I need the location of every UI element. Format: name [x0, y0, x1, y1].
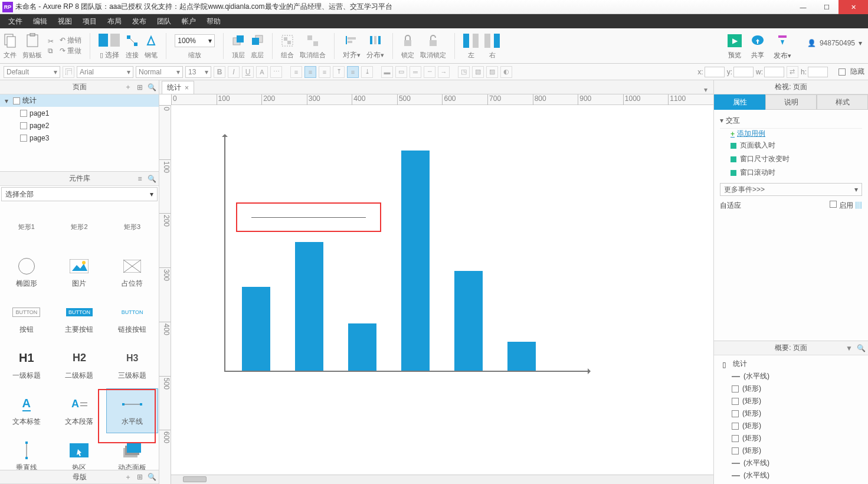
menu-publish[interactable]: 发布 [127, 15, 151, 28]
h-input[interactable] [808, 67, 828, 77]
menu-view[interactable]: 视图 [53, 15, 77, 28]
corner-button[interactable]: ◳ [458, 66, 470, 78]
bar[interactable] [348, 323, 376, 371]
font-select[interactable]: Arial▾ [77, 66, 133, 78]
tab-properties[interactable]: 属性 [714, 94, 765, 110]
arrow-button[interactable]: → [438, 66, 450, 78]
zoom-select[interactable]: 100%▾ [175, 34, 215, 47]
widget-rect3[interactable]: 矩形3 [107, 205, 158, 248]
widget-image[interactable]: 图片 [54, 251, 105, 295]
outline-row[interactable]: (矩形) [718, 395, 864, 407]
chart[interactable] [224, 135, 590, 371]
align-button[interactable]: 对齐▾ [343, 31, 361, 60]
event-row[interactable]: 窗口尺寸改变时 [720, 152, 862, 166]
align-right-tool[interactable]: 右 [484, 32, 500, 60]
italic-button[interactable]: I [228, 66, 240, 78]
widget-rect2[interactable]: 矩形2 [54, 205, 105, 248]
fill-button[interactable]: ▬ [381, 66, 393, 78]
valign-mid-button[interactable]: ≡ [347, 66, 359, 78]
lock-button[interactable]: 锁定 [401, 32, 414, 60]
pen-tool[interactable]: 钢笔 [145, 32, 158, 60]
widget-placeholder[interactable]: 占位符 [107, 251, 158, 295]
outline-row[interactable]: (水平线) [718, 370, 864, 382]
select-tool[interactable]: ▯ 选择 [99, 31, 120, 60]
search-lib-icon[interactable]: 🔍 [147, 174, 156, 184]
outline-row[interactable]: (矩形) [718, 382, 864, 395]
menu-arrange[interactable]: 布局 [103, 15, 126, 28]
cut-icon[interactable]: ✂ [48, 37, 54, 45]
canvas[interactable] [171, 105, 713, 484]
library-select[interactable]: 选择全部▾ [1, 187, 158, 201]
bold-button[interactable]: B [214, 66, 225, 78]
clipboard-group[interactable]: 剪贴板 [22, 32, 42, 60]
widget-h3[interactable]: H3三级标题 [107, 343, 158, 387]
widget-primary-button[interactable]: BUTTON主要按钮 [54, 297, 105, 341]
connect-tool[interactable]: 连接 [126, 32, 139, 60]
page-row[interactable]: page2 [0, 119, 159, 132]
weight-select[interactable]: Normal▾ [136, 66, 183, 78]
tabs-dropdown-icon[interactable]: ▾ [704, 86, 713, 94]
file-group[interactable]: 文件 [4, 32, 17, 60]
outline-row[interactable]: (水平线) [718, 469, 864, 482]
style-select[interactable]: Default▾ [4, 66, 60, 78]
distribute-button[interactable]: 分布▾ [366, 31, 384, 60]
event-row[interactable]: 页面载入时 [720, 139, 862, 152]
page-row[interactable]: page1 [0, 107, 159, 119]
style-paint-icon[interactable]: ⿸ [63, 66, 74, 78]
outline-row[interactable]: (水平线) [718, 457, 864, 469]
more-text-button[interactable]: ⋯ [270, 66, 282, 78]
menu-team[interactable]: 团队 [152, 15, 176, 28]
widget-hline[interactable]: 水平线 [107, 389, 158, 433]
widget-paragraph[interactable]: A文本段落 [54, 389, 105, 433]
opacity-button[interactable]: ◐ [500, 66, 512, 78]
widget-h2[interactable]: H2二级标题 [54, 343, 105, 387]
lock-ratio-icon[interactable]: ⇄ [787, 66, 798, 78]
line-weight-button[interactable]: ═ [410, 66, 421, 78]
add-folder-icon[interactable]: ⊞ [135, 83, 145, 92]
tab-style[interactable]: 样式 [817, 94, 868, 110]
outline-row[interactable]: (矩形) [718, 432, 864, 444]
align-right-button[interactable]: ≡ [319, 66, 330, 78]
menu-file[interactable]: 文件 [4, 15, 27, 28]
shadow-out-button[interactable]: ▧ [472, 66, 484, 78]
user-menu[interactable]: 👤 948750495▾ [807, 39, 862, 47]
align-left-tool[interactable]: 左 [463, 32, 479, 60]
outline-row[interactable]: ▯统计 [718, 358, 864, 370]
shadow-in-button[interactable]: ▨ [486, 66, 498, 78]
zoom-group[interactable]: 100%▾缩放 [175, 32, 215, 60]
interactions-section[interactable]: 交互 [726, 116, 740, 125]
copy-icon[interactable]: ⧉ [48, 47, 54, 55]
line-style-button[interactable]: ┄ [424, 66, 435, 78]
preview-button[interactable]: ▶预览 [728, 32, 742, 61]
horizontal-scrollbar[interactable] [171, 475, 713, 484]
more-events-select[interactable]: 更多事件>>>▾ [720, 183, 862, 196]
valign-top-button[interactable]: ⤒ [333, 66, 345, 78]
line-color-button[interactable]: ▭ [395, 66, 407, 78]
bar[interactable] [242, 287, 270, 371]
add-page-icon[interactable]: ＋ [123, 83, 133, 92]
filter-outline-icon[interactable]: ▼ [844, 344, 854, 353]
widget-dynamic-panel[interactable]: 动态面板 [107, 435, 158, 470]
undo-button[interactable]: ↶ 撤销 [60, 35, 81, 45]
hidden-checkbox[interactable] [838, 68, 846, 76]
enable-adaptive-checkbox[interactable] [830, 201, 837, 208]
ungroup-button[interactable]: 取消组合 [300, 32, 326, 60]
event-row[interactable]: 窗口滚动时 [720, 166, 862, 179]
widget-label[interactable]: A文本标签 [1, 389, 52, 433]
align-center-button[interactable]: ≡ [304, 66, 316, 78]
search-outline-icon[interactable]: 🔍 [856, 344, 866, 353]
adaptive-settings-icon[interactable]: ▥ [855, 201, 862, 210]
menu-account[interactable]: 帐户 [177, 15, 201, 28]
align-left-button[interactable]: ≡ [290, 66, 302, 78]
unlock-button[interactable]: 取消锁定 [420, 32, 446, 60]
menu-help[interactable]: 帮助 [202, 15, 225, 28]
lib-menu-icon[interactable]: ≡ [135, 174, 145, 184]
menu-project[interactable]: 项目 [78, 15, 101, 28]
bring-front[interactable]: 顶层 [232, 32, 245, 60]
close-button[interactable]: ✕ [838, 0, 868, 14]
bar[interactable] [295, 242, 323, 371]
underline-button[interactable]: U [242, 66, 254, 78]
valign-bot-button[interactable]: ⤓ [361, 66, 373, 78]
page-row[interactable]: page3 [0, 132, 159, 144]
close-tab-icon[interactable]: × [185, 84, 189, 92]
